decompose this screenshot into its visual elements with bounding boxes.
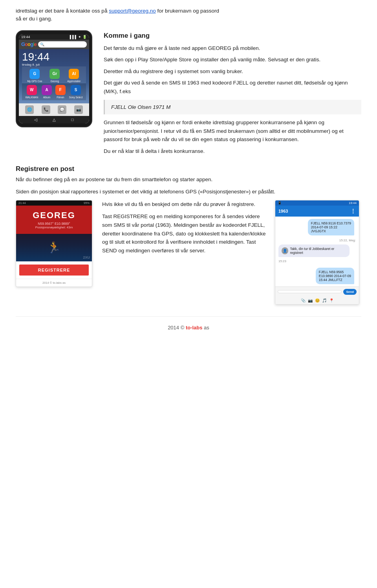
registrere-content: 21:44 95% GEOREG N59.9567° E10.9889° Pos… [16, 200, 361, 305]
sms-emoji-icon[interactable]: 😊 [315, 298, 320, 303]
runner-icon: 🏃 [47, 241, 61, 254]
georeg-brand-bg: 2XU [83, 255, 90, 259]
georeg-app-col: 21:44 95% GEOREG N59.9567° E10.9889° Pos… [16, 200, 94, 287]
georeg-app-coords: N59.9567° E10.9889° [38, 222, 70, 226]
sms-bubble-received-1: 👤 Takk, din tur til Jobbeskaret er regis… [278, 244, 350, 257]
georeg-app-accuracy: Posisjonsnøyaktighet: 43m [35, 226, 73, 229]
top-text-line3: så er du i gang. [16, 16, 52, 22]
bottom-icon-4: 📷 [74, 105, 83, 114]
nav-recents-icon[interactable]: □ [71, 118, 73, 122]
georeg-app-image: 🏃 2XU [16, 234, 92, 261]
komme-title: Komme i gang [104, 30, 361, 41]
top-text-line2: for brukernavn og passord [156, 8, 219, 14]
registrere-line2: Siden din posisjon skal rapporteres i sy… [16, 187, 361, 196]
sms-avatar: 👤 [282, 247, 288, 254]
sms-menu-icon[interactable]: ⋮ [350, 208, 356, 214]
app-sony-icon: S [71, 85, 81, 95]
bottom-icon-2: 📞 [42, 105, 50, 114]
reg-text1: Hvis ikke vil du få en beskjed om dette … [102, 200, 267, 209]
georeg-app-mockup: 21:44 95% GEOREG N59.9567° E10.9889° Pos… [16, 200, 92, 287]
komme-section: 19:44 ▌▌▌ ✦ 🔋 Google 🔍 19:44 [16, 30, 361, 156]
sms-send-button[interactable]: Send [343, 289, 357, 295]
phone-time-area: 19:44 tirsdag 8. juli G My GPS Coo Gr Ge… [19, 49, 89, 103]
app-album[interactable]: A Album [42, 85, 52, 99]
georeg-app-title: GEOREG [33, 210, 75, 220]
nav-back-icon[interactable]: ◁ [34, 118, 37, 122]
sms-status-left: 📱 [278, 201, 282, 205]
google-logo: Google [21, 41, 37, 47]
sms-camera-icon[interactable]: 📷 [308, 298, 313, 303]
phone-header: Google 🔍 [19, 40, 89, 49]
phone-date: tirsdag 8. juli [22, 63, 86, 66]
app-installer-icon: AI [69, 69, 79, 79]
sms-location-icon[interactable]: 📍 [329, 298, 334, 303]
sms-sent-time-1: 15:22, Meg: [278, 239, 356, 242]
app-georeg[interactable]: Gr Georeg [49, 69, 60, 83]
phone-apps-row1: G My GPS Coo Gr Georeg AI AppInstaller [22, 66, 86, 83]
phone-clock: 19:44 [22, 51, 86, 62]
sms-icons-row: 📎 📷 😊 🎵 📍 [275, 297, 359, 304]
sms-received-time-1: 15:23 [278, 259, 356, 263]
phone-search-bar[interactable]: 🔍 [38, 41, 87, 48]
georeg-status-time: 21:44 [18, 201, 26, 205]
sms-bubble-sent-1: FJELL N59.9116 E10.73792014-07-09 15:22J… [308, 219, 354, 235]
komme-text1: Søk den opp i Play Store/Apple Store og … [104, 55, 361, 64]
georeg-status-bar: 21:44 95% [16, 200, 92, 206]
app-installer-label: AppInstaller [67, 80, 81, 83]
georeg-register-button[interactable]: REGISTRERE [19, 265, 89, 276]
reg-text-col: Hvis ikke vil du få en beskjed om dette … [102, 200, 267, 255]
komme-text2: Deretter må du registrere deg i systemet… [104, 67, 361, 76]
sms-sent-msg2: FJELL N59.9565E10.9890 2014-07-0915:44 J… [275, 265, 357, 287]
phone-mockup: 19:44 ▌▌▌ ✦ 🔋 Google 🔍 19:44 [16, 30, 92, 127]
komme-intro: Det første du må gjøre er å laste ned ap… [104, 44, 361, 53]
sms-number: 1963 [278, 209, 288, 213]
georeg-app-header: GEOREG N59.9567° E10.9889° Posisjonsnøya… [16, 206, 92, 234]
app-walkman[interactable]: W WALKMAN [25, 85, 38, 99]
app-sony-select[interactable]: S Sony Select [69, 85, 83, 99]
bottom-icon-1: 🌐 [25, 105, 34, 114]
app-installer[interactable]: AI AppInstaller [67, 69, 81, 83]
footer-text: 2014 © [168, 325, 186, 331]
bottom-icon-3: 💬 [58, 105, 66, 114]
sms-app-col: 📱 19:44 1963 ⋮ FJELL N59.9116 E10.737920… [275, 200, 361, 305]
app-filmen-icon: F [55, 85, 66, 95]
sms-bubble-sent-2: FJELL N59.9565E10.9890 2014-07-0915:44 J… [316, 268, 354, 284]
footer-brand: to-labs [186, 325, 203, 331]
phone-time-status: 19:44 [21, 35, 30, 39]
reg-text2: Tast REGISTRERE og en melding komponeres… [102, 212, 267, 255]
sms-header: 1963 ⋮ [275, 206, 359, 217]
app-georeg-label: Georeg [50, 80, 59, 83]
sms-app-mockup: 📱 19:44 1963 ⋮ FJELL N59.9116 E10.737920… [275, 200, 359, 305]
app-filmen[interactable]: F Filmen [55, 85, 66, 99]
registrere-intro: Når du befinner deg på en av postene tar… [16, 175, 361, 184]
phone-screen: 19:44 ▌▌▌ ✦ 🔋 Google 🔍 19:44 [19, 34, 89, 123]
top-text-line1: idrettslag er det bare å kontakte oss på [16, 8, 109, 14]
phone-signal-icons: ▌▌▌ ✦ 🔋 [70, 35, 87, 39]
komme-text3: Det gjør du ved å sende en SMS til 1963 … [104, 79, 361, 96]
top-text-block: idrettslag er det bare å kontakte oss på… [16, 7, 361, 23]
sms-mic-icon[interactable]: 🎵 [322, 298, 327, 303]
app-walkman-icon: W [27, 85, 37, 95]
app-georeg-icon: Gr [49, 69, 60, 79]
sms-reply-input[interactable] [278, 290, 342, 293]
sms-status-bar: 📱 19:44 [275, 200, 359, 206]
georeg-footer: 2014 © to-labs as [16, 279, 92, 287]
registrere-title: Registrere en post [16, 165, 361, 173]
komme-text4: Grunnen til fødselsår og kjønn er fordi … [104, 118, 361, 144]
nav-home-icon[interactable]: △ [53, 118, 56, 122]
sms-received-content-1: Takk, din tur til Jobbeskaret er registr… [290, 247, 346, 255]
phone-status-bar: 19:44 ▌▌▌ ✦ 🔋 [19, 34, 89, 40]
georeg-status-battery: 95% [84, 201, 90, 205]
phone-nav-bar: ◁ △ □ [19, 116, 89, 123]
sms-attach-icon[interactable]: 📎 [301, 298, 306, 303]
example-box: FJELL Ole Olsen 1971 M [104, 100, 361, 115]
sms-status-time: 19:44 [349, 201, 357, 205]
app-walkman-label: WALKMAN [25, 96, 38, 99]
komme-text5: Du er nå klar til å delta i årets konkur… [104, 147, 361, 156]
footer-suffix: as [203, 325, 209, 331]
app-gps-icon: G [29, 69, 40, 79]
support-link[interactable]: support@georeg.no [109, 8, 156, 14]
app-filmen-label: Filmen [57, 96, 64, 99]
phone-apps-row2: W WALKMAN A Album F Filmen [22, 83, 86, 100]
app-gps-coo[interactable]: G My GPS Coo [27, 69, 42, 83]
